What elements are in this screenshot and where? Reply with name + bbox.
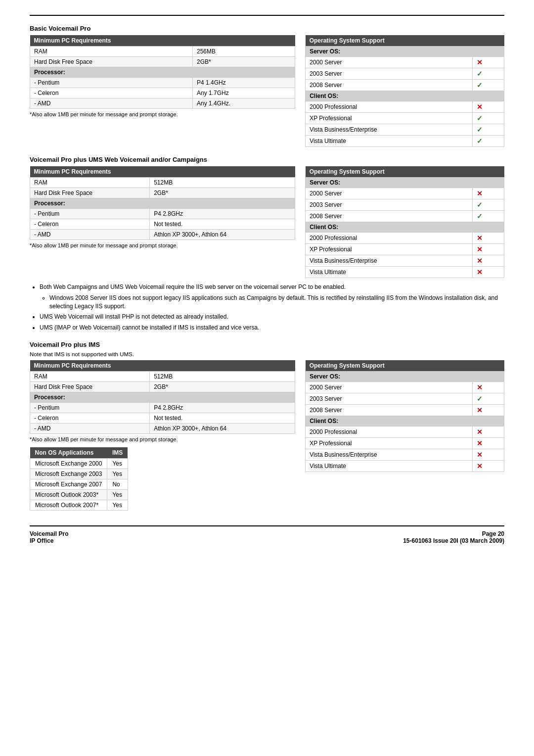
req-value: 512MB — [150, 371, 295, 381]
cross-icon: ✕ — [477, 245, 483, 253]
non-os-value: Yes — [107, 469, 128, 479]
os-ims-table: Operating System Support Server OS:2000 … — [305, 360, 504, 472]
min-pc-ums-wrap: Minimum PC Requirements RAM512MBHard Dis… — [30, 166, 295, 278]
non-os-label: Microsoft Outlook 2007* — [30, 500, 107, 510]
non-os-value: Yes — [107, 500, 128, 510]
os-label: Vista Business/Enterprise — [306, 449, 473, 460]
req-value: 512MB — [150, 178, 295, 188]
section-basic-voicemail-pro: Basic Voicemail Pro Minimum PC Requireme… — [30, 25, 504, 147]
req-label: - AMD — [30, 98, 193, 109]
os-label: 2008 Server — [306, 404, 473, 416]
os-status: ✕ — [473, 101, 504, 113]
req-label: RAM — [30, 371, 150, 381]
req-value: P4 2.8GHz — [150, 209, 295, 219]
cross-icon: ✕ — [477, 439, 483, 447]
os-label: 2000 Professional — [306, 233, 473, 244]
os-label: 2000 Professional — [306, 426, 473, 437]
req-value: 256MB — [192, 47, 295, 57]
os-label: 2000 Server — [306, 188, 473, 199]
min-pc-ims-wrap: Minimum PC Requirements RAM512MBHard Dis… — [30, 360, 295, 511]
req-label: - Celeron — [30, 88, 193, 98]
req-label: Hard Disk Free Space — [30, 381, 150, 392]
os-status: ✕ — [473, 449, 504, 460]
req-label: RAM — [30, 178, 150, 188]
bullet-item: UMS Web Voicemail will install PHP is no… — [40, 313, 504, 321]
os-label: 2000 Professional — [306, 101, 473, 113]
check-icon: ✓ — [477, 114, 483, 122]
min-pc-ims-header: Minimum PC Requirements — [30, 360, 295, 372]
cross-icon: ✕ — [477, 406, 483, 414]
cross-icon: ✕ — [477, 189, 483, 197]
req-value: Not tested. — [150, 413, 295, 423]
os-label: Vista Ultimate — [306, 267, 473, 278]
os-status: ✓ — [473, 136, 504, 147]
section-voicemail-ums: Voicemail Pro plus UMS Web Voicemail and… — [30, 156, 504, 332]
os-label: XP Professional — [306, 113, 473, 124]
os-status: ✕ — [473, 460, 504, 472]
group-label: Processor: — [30, 198, 295, 209]
os-ums-header: Operating System Support — [306, 166, 504, 178]
footer-brand: IP Office — [30, 537, 68, 544]
non-os-ims-table: Non OS Applications IMS Microsoft Exchan… — [30, 447, 128, 511]
min-pc-ims-table: Minimum PC Requirements RAM512MBHard Dis… — [30, 360, 295, 434]
cross-icon: ✕ — [477, 103, 483, 111]
os-label: Vista Business/Enterprise — [306, 124, 473, 136]
os-basic-wrap: Operating System Support Server OS:2000 … — [305, 35, 504, 147]
cross-icon: ✕ — [477, 451, 483, 459]
non-os-value: Yes — [107, 458, 128, 469]
non-os-label: Microsoft Outlook 2003* — [30, 489, 107, 500]
os-ims-wrap: Operating System Support Server OS:2000 … — [305, 360, 504, 511]
req-label: - AMD — [30, 230, 150, 240]
check-icon: ✓ — [477, 81, 483, 89]
check-icon: ✓ — [477, 126, 483, 134]
non-os-value: No — [107, 479, 128, 489]
req-label: - AMD — [30, 423, 150, 433]
two-col-ums: Minimum PC Requirements RAM512MBHard Dis… — [30, 166, 504, 278]
req-label: - Pentium — [30, 209, 150, 219]
section-subtitle-ims: Note that IMS is not supported with UMS. — [30, 351, 504, 357]
os-group-label: Server OS: — [306, 371, 504, 381]
footer-issue: 15-601063 Issue 20I (03 March 2009) — [403, 537, 504, 544]
os-status: ✓ — [473, 68, 504, 80]
os-label: XP Professional — [306, 244, 473, 255]
req-value: Athlon XP 3000+, Athlon 64 — [150, 230, 295, 240]
min-pc-ums-table: Minimum PC Requirements RAM512MBHard Dis… — [30, 166, 295, 240]
non-os-label: Microsoft Exchange 2007 — [30, 479, 107, 489]
os-group-label: Client OS: — [306, 416, 504, 426]
check-icon: ✓ — [477, 212, 483, 220]
footer-left: Voicemail Pro IP Office — [30, 530, 68, 544]
check-icon: ✓ — [477, 201, 483, 209]
min-pc-basic-table: Minimum PC Requirements RAM256MBHard Dis… — [30, 35, 295, 109]
os-status: ✕ — [473, 267, 504, 278]
bullet-item: UMS (IMAP or Web Voicemail) cannot be in… — [40, 324, 504, 332]
req-label: RAM — [30, 47, 193, 57]
req-value: Athlon XP 3000+, Athlon 64 — [150, 423, 295, 433]
footer-product: Voicemail Pro — [30, 530, 68, 537]
cross-icon: ✕ — [477, 383, 483, 391]
cross-icon: ✕ — [477, 428, 483, 436]
two-col-basic: Minimum PC Requirements RAM256MBHard Dis… — [30, 35, 504, 147]
ims-col-header: IMS — [107, 447, 128, 459]
os-status: ✕ — [473, 188, 504, 199]
req-value: P4 2.8GHz — [150, 402, 295, 413]
non-os-value: Yes — [107, 489, 128, 500]
os-status: ✓ — [473, 211, 504, 222]
os-status: ✕ — [473, 381, 504, 393]
os-status: ✕ — [473, 404, 504, 416]
min-pc-basic-wrap: Minimum PC Requirements RAM256MBHard Dis… — [30, 35, 295, 147]
os-status: ✕ — [473, 255, 504, 267]
two-col-ims: Minimum PC Requirements RAM512MBHard Dis… — [30, 360, 504, 511]
cross-icon: ✕ — [477, 462, 483, 470]
req-value: Not tested. — [150, 219, 295, 230]
group-label: Processor: — [30, 67, 295, 78]
os-label: XP Professional — [306, 437, 473, 449]
cross-icon: ✕ — [477, 58, 483, 66]
check-icon: ✓ — [477, 70, 483, 78]
req-label: - Celeron — [30, 219, 150, 230]
os-status: ✓ — [473, 80, 504, 91]
bullet-item: Both Web Campaigns and UMS Web Voicemail… — [40, 283, 504, 310]
min-pc-basic-header: Minimum PC Requirements — [30, 35, 295, 47]
os-group-label: Client OS: — [306, 91, 504, 101]
req-value: 2GB* — [150, 381, 295, 392]
req-label: - Celeron — [30, 413, 150, 423]
